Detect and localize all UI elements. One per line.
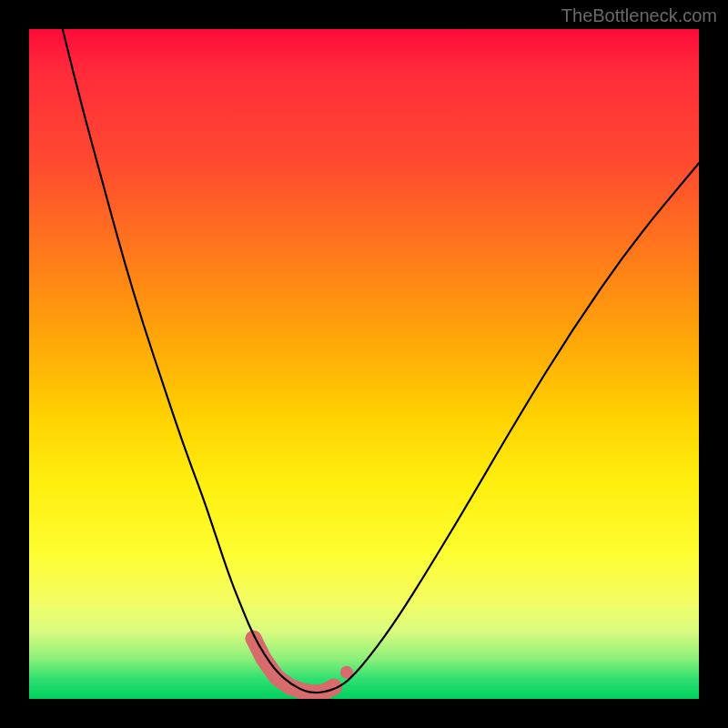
watermark-text: TheBottleneck.com bbox=[561, 5, 717, 26]
chart-frame: TheBottleneck.com bbox=[0, 0, 728, 728]
plot-area bbox=[29, 29, 699, 699]
chart-svg bbox=[29, 29, 699, 699]
main-curve bbox=[63, 29, 699, 693]
minimum-band bbox=[246, 631, 353, 695]
